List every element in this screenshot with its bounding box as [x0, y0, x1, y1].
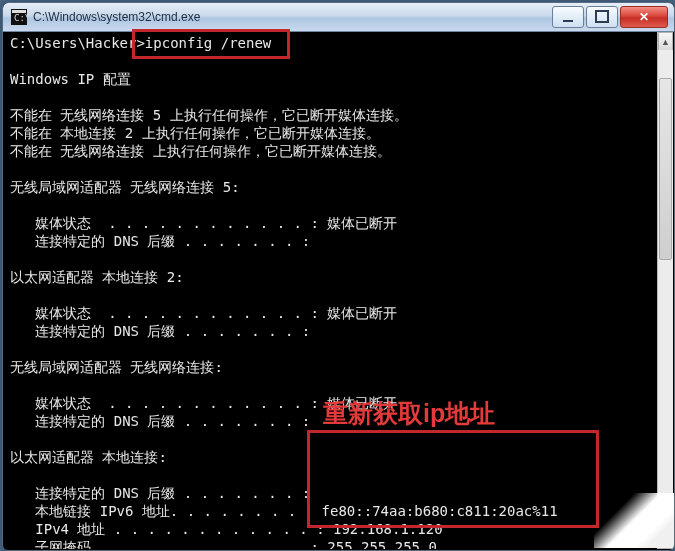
error-line: 不能在 本地连接 2 上执行任何操作，它已断开媒体连接。	[10, 125, 380, 141]
adapter-heading: 无线局域网适配器 无线网络连接 5:	[10, 179, 240, 195]
media-state-line: 媒体状态 . . . . . . . . . . . . : 媒体已断开	[10, 215, 397, 231]
ipv4-line: IPv4 地址 . . . . . . . . . . . . : 192.16…	[10, 521, 443, 537]
window-controls	[552, 6, 668, 28]
window-title: C:\Windows\system32\cmd.exe	[33, 10, 552, 24]
command-text: ipconfig /renew	[145, 35, 271, 51]
ip-config-heading: Windows IP 配置	[10, 71, 131, 87]
scroll-track[interactable]	[658, 50, 673, 531]
command-prompt-window: C:\ C:\Windows\system32\cmd.exe C:\Users…	[2, 2, 675, 551]
prompt-text: C:\Users\Hacker>	[10, 35, 145, 51]
adapter-heading: 以太网适配器 本地连接 2:	[10, 269, 184, 285]
media-state-line: 媒体状态 . . . . . . . . . . . . : 媒体已断开	[10, 395, 397, 411]
dns-suffix-line: 连接特定的 DNS 后缀 . . . . . . . :	[10, 323, 310, 339]
close-button[interactable]	[620, 6, 668, 28]
title-bar[interactable]: C:\ C:\Windows\system32\cmd.exe	[3, 3, 674, 32]
error-line: 不能在 无线网络连接 上执行任何操作，它已断开媒体连接。	[10, 143, 391, 159]
error-line: 不能在 无线网络连接 5 上执行任何操作，它已断开媒体连接。	[10, 107, 408, 123]
maximize-button[interactable]	[586, 6, 618, 28]
adapter-heading: 以太网适配器 本地连接:	[10, 449, 167, 465]
scroll-up-button[interactable]: ▲	[658, 32, 673, 51]
vertical-scrollbar[interactable]: ▲ ▼	[657, 32, 673, 549]
subnet-mask-line: 子网掩码 . . . . . . . . . . . . : 255.255.2…	[10, 539, 437, 549]
scroll-thumb[interactable]	[659, 78, 672, 260]
corner-overlay	[594, 493, 674, 548]
media-state-line: 媒体状态 . . . . . . . . . . . . : 媒体已断开	[10, 305, 397, 321]
dns-suffix-line: 连接特定的 DNS 后缀 . . . . . . . :	[10, 413, 310, 429]
cmd-icon: C:\	[11, 9, 27, 25]
terminal-output[interactable]: C:\Users\Hacker>ipconfig /renew Windows …	[4, 32, 658, 549]
dns-suffix-line: 连接特定的 DNS 后缀 . . . . . . . :	[10, 485, 310, 501]
minimize-button[interactable]	[552, 6, 584, 28]
dns-suffix-line: 连接特定的 DNS 后缀 . . . . . . . :	[10, 233, 310, 249]
adapter-heading: 无线局域网适配器 无线网络连接:	[10, 359, 223, 375]
svg-text:C:\: C:\	[14, 13, 27, 23]
ipv6-line: 本地链接 IPv6 地址. . . . . . . . : fe80::74aa…	[10, 503, 558, 519]
